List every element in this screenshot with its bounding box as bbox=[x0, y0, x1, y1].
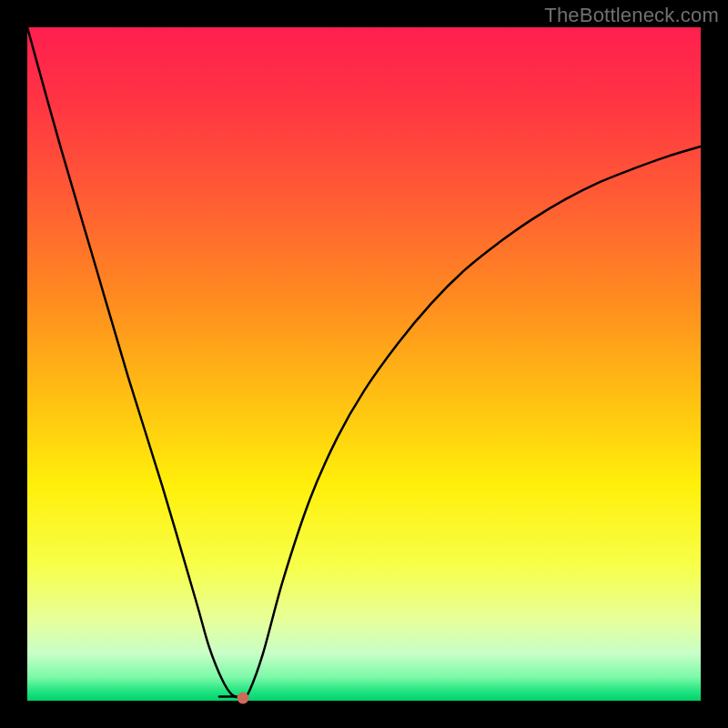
watermark-text: TheBottleneck.com bbox=[544, 4, 719, 27]
optimum-marker bbox=[237, 693, 248, 704]
curve-layer bbox=[27, 27, 701, 701]
bottleneck-curve bbox=[27, 27, 701, 698]
chart-frame: TheBottleneck.com bbox=[0, 0, 728, 728]
